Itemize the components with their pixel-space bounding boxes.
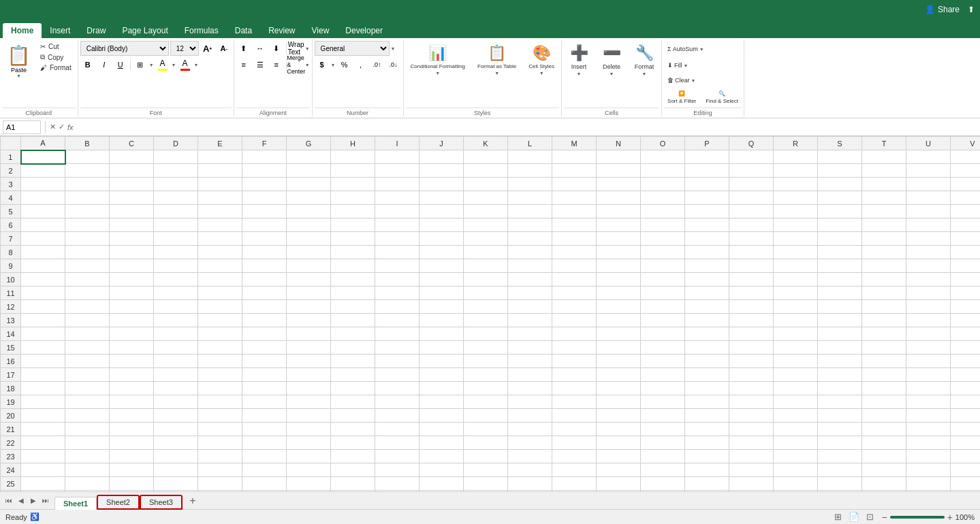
cell-G15[interactable] [287,341,331,355]
sheet-tab-sheet2[interactable]: Sheet2 [97,495,140,510]
cell-N4[interactable] [597,191,641,205]
cell-L6[interactable] [508,218,552,232]
cell-L5[interactable] [508,205,552,218]
cell-N7[interactable] [597,232,641,246]
cell-H7[interactable] [331,232,375,246]
cell-F1[interactable] [242,150,287,164]
cell-N13[interactable] [597,314,641,327]
cell-I26[interactable] [375,491,420,492]
confirm-formula-icon[interactable]: ✓ [59,122,65,131]
cell-Q3[interactable] [729,178,774,191]
cell-F20[interactable] [242,409,287,423]
cell-L7[interactable] [508,232,552,246]
cell-E6[interactable] [198,218,242,232]
cell-F12[interactable] [242,300,287,314]
row-header-25[interactable]: 25 [1,477,21,491]
cell-K11[interactable] [464,286,508,300]
cell-I9[interactable] [375,259,420,273]
cell-N15[interactable] [597,341,641,355]
cell-P14[interactable] [685,327,729,341]
cell-E10[interactable] [198,273,242,286]
col-header-B[interactable]: B [65,137,110,150]
cell-V2[interactable] [951,164,981,178]
cell-Q10[interactable] [729,273,774,286]
cell-V6[interactable] [951,218,981,232]
autosum-button[interactable]: Σ AutoSum ▼ [664,41,708,57]
cell-C1[interactable] [110,150,154,164]
col-header-U[interactable]: U [906,137,951,150]
cell-C19[interactable] [110,395,154,409]
cell-G24[interactable] [287,463,331,477]
cell-P3[interactable] [685,178,729,191]
cell-S21[interactable] [818,423,862,436]
cell-H19[interactable] [331,395,375,409]
cell-F4[interactable] [242,191,287,205]
cell-A2[interactable] [21,164,65,178]
cell-K15[interactable] [464,341,508,355]
cell-K14[interactable] [464,327,508,341]
cell-F7[interactable] [242,232,287,246]
cell-J18[interactable] [420,382,464,395]
cell-E4[interactable] [198,191,242,205]
row-header-3[interactable]: 3 [1,178,21,191]
cell-U8[interactable] [906,246,951,259]
cell-D7[interactable] [154,232,198,246]
cell-V25[interactable] [951,477,981,491]
cell-H16[interactable] [331,355,375,368]
cell-styles-dropdown-icon[interactable]: ▼ [539,71,544,76]
wrap-text-dropdown-icon[interactable]: ▼ [305,46,310,51]
cell-M10[interactable] [552,273,597,286]
cell-E26[interactable] [198,491,242,492]
cell-S16[interactable] [818,355,862,368]
cell-D21[interactable] [154,423,198,436]
cell-K8[interactable] [464,246,508,259]
cell-L25[interactable] [508,477,552,491]
sheet-area[interactable]: A B C D E F G H I J K L M N O [0,136,980,491]
paste-dropdown-icon[interactable]: ▼ [16,73,21,78]
format-painter-button[interactable]: 🖌 Format [37,63,74,72]
insert-cells-button[interactable]: ➕ Insert ▼ [564,41,594,80]
fill-color-dropdown-icon[interactable]: ▼ [172,63,176,67]
font-size-select[interactable]: 12 [170,41,199,56]
cell-E5[interactable] [198,205,242,218]
row-header-20[interactable]: 20 [1,409,21,423]
col-header-K[interactable]: K [464,137,508,150]
cell-C22[interactable] [110,436,154,450]
cell-U17[interactable] [906,368,951,382]
cell-U18[interactable] [906,382,951,395]
cell-D23[interactable] [154,450,198,463]
cell-A10[interactable] [21,273,65,286]
sort-filter-button[interactable]: 🔽 Sort & Filter [664,88,699,106]
formula-input[interactable] [76,123,977,131]
cell-L10[interactable] [508,273,552,286]
cell-F11[interactable] [242,286,287,300]
cell-N24[interactable] [597,463,641,477]
cell-B16[interactable] [65,355,110,368]
cell-I15[interactable] [375,341,420,355]
cell-Q25[interactable] [729,477,774,491]
cell-U1[interactable] [906,150,951,164]
cell-E8[interactable] [198,246,242,259]
cell-T1[interactable] [862,150,906,164]
cell-A1[interactable] [21,150,65,164]
cell-T24[interactable] [862,463,906,477]
cell-R4[interactable] [774,191,818,205]
add-sheet-button[interactable]: + [185,493,200,508]
cell-E19[interactable] [198,395,242,409]
cell-S24[interactable] [818,463,862,477]
cell-E21[interactable] [198,423,242,436]
col-header-I[interactable]: I [375,137,420,150]
cell-T17[interactable] [862,368,906,382]
cell-G17[interactable] [287,368,331,382]
cell-N5[interactable] [597,205,641,218]
cell-G12[interactable] [287,300,331,314]
cell-L3[interactable] [508,178,552,191]
cell-T12[interactable] [862,300,906,314]
cell-U16[interactable] [906,355,951,368]
row-header-16[interactable]: 16 [1,355,21,368]
cell-K21[interactable] [464,423,508,436]
cell-D14[interactable] [154,327,198,341]
cell-N26[interactable] [597,491,641,492]
conditional-formatting-button[interactable]: 📊 Conditional Formatting ▼ [406,41,470,79]
cell-J1[interactable] [420,150,464,164]
